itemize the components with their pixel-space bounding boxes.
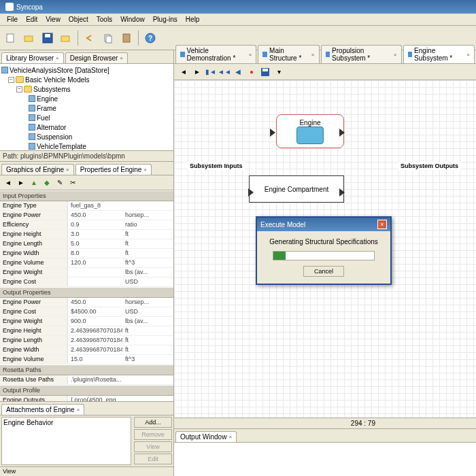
tree-root[interactable]: VehicleAnalysisStore [DataStore] — [10, 67, 109, 74]
undo-icon[interactable] — [82, 30, 98, 46]
property-row[interactable]: Engine Width2.46399687070184...ft — [0, 345, 173, 355]
help-icon[interactable]: ? — [142, 30, 158, 46]
open-icon[interactable] — [21, 30, 37, 46]
menu-plugins[interactable]: Plug-ins — [149, 14, 182, 24]
first-icon[interactable]: ▮◄ — [205, 67, 216, 78]
output-window[interactable] — [174, 442, 476, 476]
tree-item[interactable]: Subsystems — [33, 86, 70, 93]
tab-design-browser[interactable]: Design Browser× — [65, 52, 128, 63]
rewind-icon[interactable]: ◄◄ — [219, 67, 230, 78]
input-port-icon[interactable] — [248, 188, 254, 197]
next-icon[interactable]: ► — [192, 67, 203, 78]
property-row[interactable]: Efficiency0.9ratio — [0, 220, 173, 230]
add-icon[interactable]: ◆ — [41, 177, 52, 188]
close-icon[interactable]: × — [56, 55, 59, 61]
section-rosetta[interactable]: Rosetta Paths — [0, 364, 173, 375]
arrow-right-icon[interactable]: ► — [16, 177, 27, 188]
copy-icon[interactable] — [100, 30, 116, 46]
close-icon[interactable]: × — [311, 52, 315, 58]
output-port-icon[interactable] — [339, 129, 345, 137]
property-row[interactable]: Engine Volume120.0ft^3 — [0, 258, 173, 268]
close-icon[interactable]: × — [249, 52, 252, 58]
cut-icon[interactable]: ✂ — [67, 177, 78, 188]
property-row[interactable]: Engine CostUSD — [0, 277, 173, 287]
canvas-tab[interactable]: Propulsion Subsystem *× — [321, 45, 402, 63]
menu-tools[interactable]: Tools — [92, 14, 116, 24]
property-row[interactable]: Engine Length5.0ft — [0, 239, 173, 249]
property-row[interactable]: Engine Height2.46399687070184...ft — [0, 326, 173, 336]
tab-output-window[interactable]: Output Window× — [175, 431, 237, 442]
property-row[interactable]: Engine Cost$4500.00USD — [0, 307, 173, 317]
section-input-properties[interactable]: Input Properties — [0, 190, 173, 201]
menu-object[interactable]: Object — [65, 14, 92, 24]
close-icon[interactable]: × — [466, 52, 470, 58]
arrow-up-icon[interactable]: ▲ — [29, 177, 39, 188]
save-icon[interactable] — [260, 67, 271, 78]
tree-item[interactable]: Suspension — [37, 133, 72, 141]
close-icon[interactable]: × — [377, 220, 387, 229]
cancel-button[interactable]: Cancel — [303, 266, 344, 277]
remove-button[interactable]: Remove — [134, 429, 172, 440]
save-icon[interactable] — [39, 30, 56, 46]
engine-node[interactable]: Engine — [276, 114, 344, 148]
tree-item[interactable]: Fuel — [37, 114, 50, 122]
menu-window[interactable]: Window — [116, 14, 149, 24]
edit-button[interactable]: Edit — [134, 454, 172, 464]
close-icon[interactable]: × — [394, 52, 397, 58]
property-row[interactable]: Engine Power450.0horsep... — [0, 298, 173, 307]
property-row[interactable]: Engine Length2.46399687070184...ft — [0, 336, 173, 345]
canvas-tab[interactable]: Engine Subsystem *× — [403, 45, 475, 63]
library-tree[interactable]: VehicleAnalysisStore [DataStore] −Basic … — [0, 64, 173, 151]
close-icon[interactable]: × — [228, 434, 232, 440]
dialog-titlebar[interactable]: Execute Model × — [257, 218, 390, 231]
tab-library-browser[interactable]: Library Browser× — [1, 52, 64, 63]
canvas-tab[interactable]: Vehicle Demonstration *× — [175, 45, 256, 63]
property-row[interactable]: Engine Height3.0ft — [0, 230, 173, 239]
add-button[interactable]: Add... — [134, 417, 172, 428]
folder-icon[interactable] — [58, 30, 74, 46]
edit-icon[interactable]: ✎ — [54, 177, 65, 188]
tree-item[interactable]: VehicleTemplate — [37, 143, 86, 150]
menu-help[interactable]: Help — [182, 14, 204, 24]
section-output-profile[interactable]: Output Profile — [0, 385, 173, 396]
tree-item[interactable]: Engine — [37, 95, 58, 103]
property-row[interactable]: Engine Weight900.0lbs (av... — [0, 317, 173, 326]
dropdown-icon[interactable]: ▾ — [273, 67, 284, 78]
tree-item[interactable]: Frame — [37, 105, 56, 112]
close-icon[interactable]: × — [77, 407, 80, 413]
close-icon[interactable]: × — [120, 55, 123, 61]
property-row[interactable]: Engine Typefuel_gas_8 — [0, 201, 173, 211]
tab-attachments[interactable]: Attachments of Engine× — [1, 404, 84, 415]
collapse-icon[interactable]: − — [16, 86, 22, 92]
attachment-item[interactable]: Engine Behavior — [3, 419, 53, 426]
close-icon[interactable]: × — [143, 167, 147, 173]
prev-icon[interactable]: ◄ — [178, 67, 189, 78]
tab-properties[interactable]: Properties of Engine× — [75, 164, 152, 175]
tab-graphics[interactable]: Graphics of Engine× — [1, 164, 74, 175]
new-icon[interactable] — [3, 30, 19, 46]
diagram-canvas[interactable]: Engine Subsystem Inputs Subsystem Output… — [174, 80, 476, 418]
menu-view[interactable]: View — [41, 14, 65, 24]
view-button[interactable]: View — [134, 441, 172, 452]
property-row[interactable]: Engine Power450.0horsep... — [0, 211, 173, 220]
property-row[interactable]: Engine Volume15.0ft^3 — [0, 355, 173, 364]
property-row[interactable]: Engine Weightlbs (av... — [0, 268, 173, 277]
paste-icon[interactable] — [118, 30, 135, 46]
arrow-left-icon[interactable]: ◄ — [3, 177, 14, 188]
compartment-node[interactable]: Engine Compartment — [249, 175, 344, 203]
tree-item[interactable]: Basic Vehicle Models — [25, 76, 90, 84]
menu-file[interactable]: File — [3, 14, 22, 24]
close-icon[interactable]: × — [66, 167, 69, 173]
collapse-icon[interactable]: − — [8, 77, 14, 83]
section-output-properties[interactable]: Output Properties — [0, 287, 173, 298]
properties-table[interactable]: Input Properties Engine Typefuel_gas_8En… — [0, 190, 173, 401]
input-port-icon[interactable] — [270, 129, 275, 137]
tree-item[interactable]: Alternator — [37, 124, 66, 131]
canvas-tab[interactable]: Main Structure *× — [258, 45, 319, 63]
menu-edit[interactable]: Edit — [22, 14, 41, 24]
record-icon[interactable]: ● — [246, 67, 257, 78]
output-port-icon[interactable] — [339, 188, 345, 197]
property-row[interactable]: Engine Width8.0ft — [0, 249, 173, 258]
back-icon[interactable]: ◀ — [233, 67, 243, 78]
attachments-list[interactable]: Engine Behavior — [1, 417, 131, 465]
